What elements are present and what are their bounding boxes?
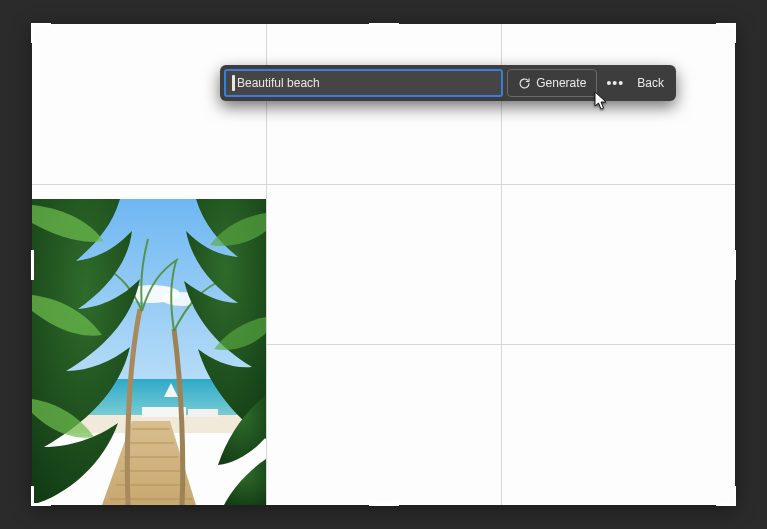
crop-handle-tr[interactable] bbox=[716, 23, 736, 43]
crop-handle-right[interactable] bbox=[733, 250, 736, 280]
crop-handle-bottom[interactable] bbox=[369, 503, 399, 506]
prompt-value: Beautiful beach bbox=[237, 77, 320, 89]
svg-rect-6 bbox=[188, 409, 218, 417]
crop-handle-tl[interactable] bbox=[31, 23, 51, 43]
more-options-button[interactable]: ••• bbox=[601, 69, 629, 97]
back-button[interactable]: Back bbox=[633, 76, 668, 90]
more-icon: ••• bbox=[606, 75, 624, 91]
grid-guide bbox=[32, 184, 735, 185]
text-cursor bbox=[232, 75, 235, 91]
back-label: Back bbox=[637, 76, 664, 90]
regenerate-icon bbox=[518, 77, 531, 90]
crop-handle-br[interactable] bbox=[716, 486, 736, 506]
prompt-input[interactable]: Beautiful beach bbox=[224, 69, 503, 97]
beach-photo bbox=[32, 199, 266, 505]
generate-label: Generate bbox=[536, 76, 586, 90]
generate-button[interactable]: Generate bbox=[507, 69, 597, 97]
generative-fill-taskbar: Beautiful beach Generate ••• Back bbox=[220, 65, 676, 101]
crop-handle-top[interactable] bbox=[369, 23, 399, 26]
